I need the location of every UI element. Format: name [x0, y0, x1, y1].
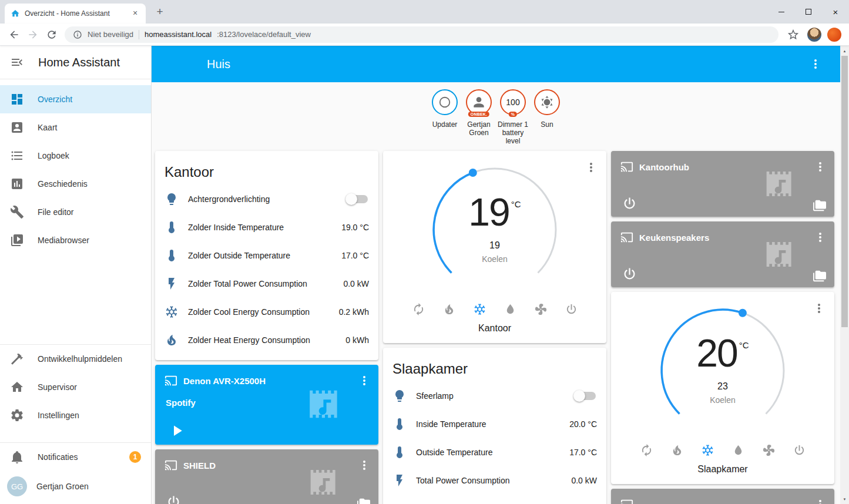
dry-mode-icon[interactable] — [504, 303, 517, 316]
browse-media-button[interactable] — [813, 270, 826, 283]
main-area: Huis Updater — [152, 46, 849, 504]
entity-row[interactable]: Zolder Inside Temperature 19.0 °C — [155, 213, 378, 241]
more-menu-button[interactable] — [812, 301, 826, 315]
scrollbar-up-arrow[interactable]: ▲ — [840, 46, 849, 55]
tab-close-icon[interactable]: × — [130, 9, 140, 18]
browse-media-button[interactable] — [813, 199, 826, 212]
badge-circle: 100 % — [500, 89, 526, 115]
play-box-icon — [10, 233, 24, 247]
more-menu-button[interactable] — [357, 458, 371, 472]
hammer-icon — [10, 352, 24, 366]
entity-row[interactable]: Outside Temperature 17.0 °C — [383, 438, 606, 466]
auto-mode-icon[interactable] — [640, 443, 653, 457]
url-path: :8123/lovelace/default_view — [217, 30, 311, 39]
auto-mode-icon[interactable] — [412, 303, 425, 316]
hvac-mode-label: Koelen — [482, 254, 508, 264]
heat-mode-icon[interactable] — [670, 443, 684, 457]
sidebar-item-ontwikkelhulpmiddelen[interactable]: Ontwikkelhulpmiddelen — [0, 345, 151, 373]
site-info-icon[interactable] — [73, 30, 82, 39]
entity-name: Zolder Outside Temperature — [188, 251, 332, 260]
sidebar-item-instellingen[interactable]: Instellingen — [0, 401, 151, 429]
sidebar-user[interactable]: GG Gertjan Groen — [0, 471, 151, 504]
entity-value: 0.2 kWh — [339, 307, 369, 317]
thermostat-dial[interactable]: 19 °C 19 Koelen — [424, 159, 565, 300]
dry-mode-icon[interactable] — [731, 443, 745, 457]
temperature-value: 19 — [468, 193, 509, 231]
person-icon — [471, 95, 486, 110]
scrollbar-down-arrow[interactable]: ▼ — [840, 495, 849, 503]
sidebar-item-mediabrowser[interactable]: Mediabrowser — [0, 226, 151, 254]
movie-music-icon — [308, 466, 341, 499]
scrollbar-thumb[interactable] — [841, 56, 848, 327]
hvac-mode-buttons — [611, 443, 834, 457]
temperature-unit: °C — [511, 200, 521, 209]
sidebar-tools-nav: Ontwikkelhulpmiddelen Supervisor Instell… — [0, 345, 151, 429]
sidebar-item-overzicht[interactable]: Overzicht — [0, 85, 151, 113]
new-tab-button[interactable]: + — [152, 4, 168, 20]
card-columns: Kantoor Achtergrondverlichting — [152, 145, 840, 504]
sidebar-item-supervisor[interactable]: Supervisor — [0, 373, 151, 401]
cool-mode-icon[interactable] — [473, 303, 486, 316]
lightbulb-icon — [165, 192, 179, 206]
browser-profile-icon[interactable] — [827, 28, 841, 42]
sidebar-item-kaart[interactable]: Kaart — [0, 113, 151, 142]
sidebar-toggle-icon[interactable] — [10, 55, 24, 69]
entity-row[interactable]: Inside Temperature 20.0 °C — [383, 410, 606, 438]
sidebar-item-logboek[interactable]: Logboek — [0, 142, 151, 170]
sidebar-nav: Overzicht Kaart Logboek Geschiedenis Fil… — [0, 79, 151, 254]
window-minimize-button[interactable] — [768, 0, 795, 23]
thermostat-dial[interactable]: 20 °C 23 Koelen — [652, 300, 793, 441]
home-assistant-app: Home Assistant Overzicht Kaart Logboek — [0, 46, 849, 504]
hvac-mode-label: Koelen — [710, 395, 736, 405]
window-maximize-button[interactable] — [795, 0, 822, 23]
power-button[interactable] — [622, 196, 637, 211]
address-bar[interactable]: Niet beveiligd homeassistant.local:8123/… — [65, 26, 778, 43]
browser-avatar[interactable] — [807, 28, 821, 42]
play-button[interactable] — [168, 422, 186, 439]
more-menu-button[interactable] — [584, 160, 598, 174]
tab-title: Overzicht - Home Assistant — [25, 9, 126, 18]
entity-name: Inside Temperature — [416, 419, 560, 429]
toggle-switch[interactable] — [347, 195, 368, 203]
toggle-switch[interactable] — [575, 392, 596, 400]
header-menu-button[interactable] — [808, 57, 823, 71]
more-menu-button[interactable] — [813, 498, 827, 504]
sidebar-item-geschiedenis[interactable]: Geschiedenis — [0, 170, 151, 198]
badge-updater[interactable]: Updater — [428, 89, 462, 129]
entity-row[interactable]: Achtergrondverlichting — [155, 185, 378, 213]
entity-row[interactable]: Total Power Consumption 0.0 kW — [383, 466, 606, 495]
reload-button[interactable] — [43, 26, 60, 43]
more-menu-button[interactable] — [357, 374, 371, 388]
off-mode-icon[interactable] — [793, 443, 806, 457]
entity-row[interactable]: Zolder Heat Energy Consumption 0 kWh — [155, 326, 378, 354]
forward-button[interactable] — [25, 26, 41, 43]
back-button[interactable] — [6, 26, 22, 43]
badge-sun[interactable]: Sun — [530, 89, 564, 129]
bookmark-star-icon[interactable] — [787, 28, 800, 41]
cool-mode-icon[interactable] — [701, 443, 714, 457]
thermometer-icon — [165, 248, 179, 263]
entity-row[interactable]: Sfeerlamp — [383, 382, 606, 410]
sidebar-item-notificaties[interactable]: Notificaties 1 — [0, 443, 151, 471]
badge-person[interactable]: ONBEK. Gertjan Groen — [462, 89, 496, 137]
browse-media-button[interactable] — [357, 498, 370, 504]
badge-battery[interactable]: 100 % Dimmer 1 battery level — [496, 89, 530, 145]
heat-mode-icon[interactable] — [442, 303, 456, 316]
sidebar-item-label: File editor — [38, 207, 73, 217]
more-menu-button[interactable] — [813, 160, 827, 174]
power-button[interactable] — [622, 266, 637, 282]
power-button[interactable] — [166, 494, 182, 504]
entity-row[interactable]: Zolder Cool Energy Consumption 0.2 kWh — [155, 298, 378, 326]
page-scrollbar[interactable]: ▲ ▼ — [840, 46, 849, 504]
more-menu-button[interactable] — [813, 230, 827, 244]
cast-icon — [620, 231, 633, 244]
entity-row[interactable]: Zolder Total Power Consumption 0.0 kW — [155, 270, 378, 298]
entity-row[interactable]: Zolder Outside Temperature 17.0 °C — [155, 241, 378, 270]
window-close-button[interactable]: × — [822, 0, 849, 23]
fan-mode-icon[interactable] — [534, 303, 548, 316]
entities-card-slaapkamer: Slaapkamer Sfeerlamp In — [383, 348, 606, 504]
off-mode-icon[interactable] — [565, 303, 578, 316]
sidebar-item-file-editor[interactable]: File editor — [0, 198, 151, 226]
fan-mode-icon[interactable] — [762, 443, 776, 457]
browser-tab[interactable]: Overzicht - Home Assistant × — [5, 4, 146, 23]
